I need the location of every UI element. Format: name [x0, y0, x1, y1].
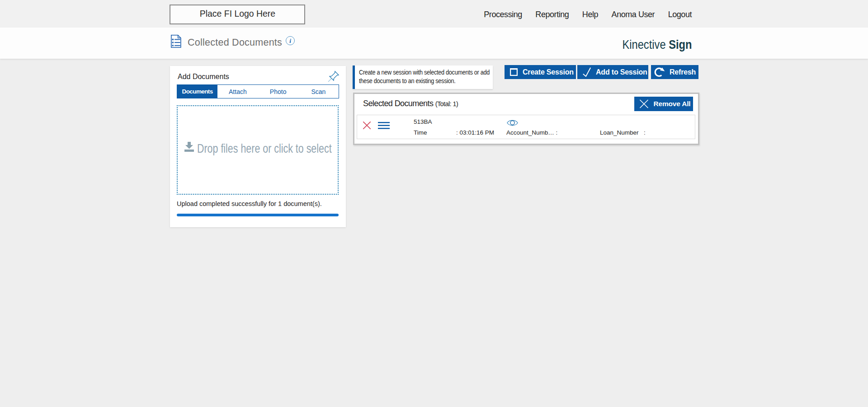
svg-text:i: i [289, 37, 291, 44]
